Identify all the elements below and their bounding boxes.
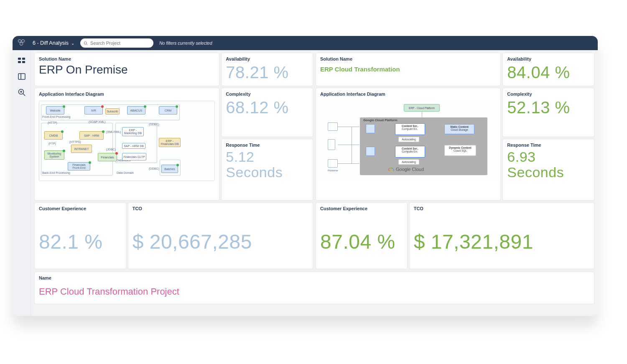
device-publisher-icon [328, 159, 338, 168]
gcp-node[interactable]: Autoscaling [398, 159, 419, 165]
project-name-card: Name ERP Cloud Transformation Project [34, 272, 594, 304]
svg-rect-8 [22, 61, 25, 63]
svg-rect-9 [18, 74, 25, 79]
zoom-icon[interactable] [17, 88, 26, 97]
left-response-label: Response Time [226, 143, 308, 148]
right-availability-label: Availability [507, 56, 590, 61]
svg-marker-0 [18, 40, 21, 42]
left-customer-experience-card: Customer Experience 82.1 % [34, 202, 126, 269]
left-diagram-card: Application Interface Diagram Front-End … [34, 88, 219, 201]
svg-marker-1 [21, 40, 25, 42]
left-cust-label: Customer Experience [39, 206, 122, 211]
left-diagram-canvas[interactable]: Front-End Processing Back-End Processing… [39, 101, 215, 181]
left-availability-value: 78.21 % [226, 63, 308, 81]
edge-label: (JDBC) [106, 148, 116, 151]
page-title-text: 6 - Diff Analysis [33, 40, 69, 46]
diagram-node[interactable]: SAP - HRM [79, 131, 104, 140]
edge-label: (HTTPS) [69, 140, 81, 143]
left-solution-panel: Solution Name ERP On Premise Availabilit… [34, 53, 313, 269]
right-response-label: Response Time [507, 143, 590, 148]
dashboard-icon[interactable] [17, 56, 26, 65]
gcp-node[interactable]: Static Content Cloud Storage [444, 124, 474, 134]
edge-label: (XML/XML) [106, 130, 121, 133]
diagram-group-label: Back-End Processing [42, 171, 70, 174]
diagram-node[interactable]: Financials [98, 153, 117, 161]
search-field[interactable] [80, 38, 153, 48]
app-logo-icon [17, 39, 27, 47]
diagram-node[interactable]: Monitoring System [44, 150, 64, 160]
diagram-node[interactable]: Financials Front-End [68, 162, 90, 171]
left-diagram-label: Application Interface Diagram [39, 92, 215, 97]
right-solution-panel: Solution Name ERP Cloud Transformation A… [316, 53, 594, 269]
gcp-node-icon[interactable] [366, 124, 375, 133]
right-diagram-label: Application Interface Diagram [320, 92, 496, 97]
project-name-label: Name [39, 275, 590, 280]
right-availability-card: Availability 84.04 % [502, 53, 594, 86]
search-input[interactable] [90, 41, 150, 46]
svg-line-12 [23, 94, 25, 96]
left-availability-card: Availability 78.21 % [221, 53, 313, 86]
left-solution-name: ERP On Premise [39, 63, 215, 76]
diagram-node[interactable]: ERP - Marketing DB [122, 127, 144, 136]
right-availability-value: 84.04 % [507, 63, 590, 81]
right-cust-label: Customer Experience [320, 206, 403, 211]
left-availability-label: Availability [226, 56, 308, 61]
left-solution-name-card: Solution Name ERP On Premise [34, 53, 219, 86]
gcp-node[interactable]: Content Ser.. Compute En.. [395, 146, 425, 158]
diagram-node[interactable]: CMDB [44, 131, 63, 140]
shell: Solution Name ERP On Premise Availabilit… [13, 50, 598, 316]
filter-status: No filters currently selected [159, 41, 212, 46]
gcp-node[interactable]: Content Ser.. Compute En.. [395, 123, 425, 135]
left-cust-value: 82.1 % [39, 231, 122, 253]
panel-icon[interactable] [17, 72, 26, 81]
project-name-value: ERP Cloud Transformation Project [39, 286, 590, 297]
right-complexity-label: Complexity [507, 92, 590, 97]
chevron-down-icon: ⌄ [71, 41, 74, 46]
left-complexity-value: 68.12 % [226, 98, 308, 117]
svg-rect-7 [18, 61, 21, 63]
svg-line-4 [87, 44, 87, 45]
project-name-row: Name ERP Cloud Transformation Project [34, 272, 594, 304]
right-diagram-card: Application Interface Diagram ERP - Clou… [316, 88, 501, 201]
diagram-node[interactable]: Batches [161, 165, 178, 173]
right-response-value: 6.93 Seconds [507, 149, 590, 181]
right-cust-value: 87.04 % [320, 231, 403, 253]
gcp-container-title: Google Cloud Platform [363, 118, 398, 122]
main-area: Solution Name ERP On Premise Availabilit… [31, 50, 598, 316]
right-solution-label: Solution Name [320, 56, 496, 61]
app-frame: 6 - Diff Analysis ⌄ No filters currently… [13, 36, 598, 316]
right-tco-card: TCO $ 17,321,891 [409, 202, 594, 269]
right-tco-label: TCO [414, 206, 590, 211]
diagram-node[interactable]: CRM [159, 106, 177, 115]
edge-label: (HTTP) [48, 121, 57, 124]
two-column-grid: Solution Name ERP On Premise Availabilit… [34, 53, 594, 269]
diagram-node[interactable]: SAP - HRM DB [122, 143, 145, 149]
right-solution-name-card: Solution Name ERP Cloud Transformation [316, 53, 501, 86]
diagram-top-node[interactable]: ERP - Cloud Platform [404, 104, 440, 112]
left-response-card: Response Time 5.12 Seconds [221, 139, 313, 201]
diagram-node[interactable]: INTRANET [71, 145, 92, 153]
diagram-node[interactable]: Financials GLTP [122, 153, 146, 160]
gcp-node-icon[interactable] [366, 147, 375, 156]
gcp-node[interactable]: Autoscaling [398, 137, 419, 142]
top-bar: 6 - Diff Analysis ⌄ No filters currently… [13, 36, 598, 50]
search-icon [84, 41, 88, 46]
svg-rect-6 [22, 58, 25, 60]
diagram-node[interactable]: ERP - Financials DB [159, 138, 181, 147]
right-customer-experience-card: Customer Experience 87.04 % [316, 202, 408, 269]
gcp-container: Google Cloud Platform Content Ser.. Comp… [360, 117, 487, 175]
left-complexity-label: Complexity [226, 92, 308, 97]
right-diagram-canvas[interactable]: ERP - Cloud Platform Publisher Google Cl… [320, 101, 496, 181]
diagram-node[interactable]: IVR [84, 106, 103, 115]
diagram-node[interactable]: Subscrib [105, 108, 120, 115]
diagram-node[interactable]: Website [46, 106, 64, 115]
left-rail [13, 50, 31, 316]
svg-point-3 [84, 41, 87, 44]
page-title-dropdown[interactable]: 6 - Diff Analysis ⌄ [33, 40, 74, 46]
gcp-node[interactable]: Dynamic Content Cloud SQL [444, 145, 476, 156]
device-label: Publisher [328, 169, 338, 172]
right-solution-name: ERP Cloud Transformation [320, 66, 496, 73]
device-tablet-icon [328, 139, 335, 150]
svg-marker-2 [20, 43, 23, 45]
diagram-node[interactable]: ABACUS [127, 106, 145, 115]
